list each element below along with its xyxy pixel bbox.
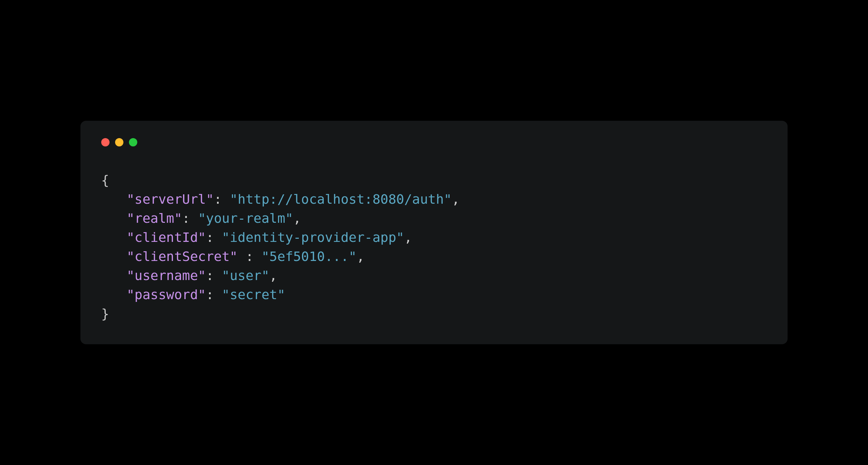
json-key: "password" <box>127 287 206 302</box>
json-value: "user" <box>222 268 269 283</box>
json-key: "clientSecret" <box>127 249 237 264</box>
brace-open: { <box>101 172 109 188</box>
json-value: "identity-provider-app" <box>222 230 404 245</box>
json-value: "5ef5010..." <box>261 249 357 264</box>
json-key: "username" <box>127 268 206 283</box>
comma: , <box>404 230 412 245</box>
json-value: "http://localhost:8080/auth" <box>230 192 452 207</box>
comma: , <box>269 268 277 283</box>
minimize-window-button[interactable] <box>115 138 123 146</box>
colon: : <box>238 249 262 264</box>
colon: : <box>206 268 222 283</box>
json-key: "realm" <box>127 211 182 226</box>
colon: : <box>206 287 222 302</box>
brace-close: } <box>101 306 109 321</box>
comma: , <box>452 192 460 207</box>
comma: , <box>357 249 365 264</box>
maximize-window-button[interactable] <box>129 138 137 146</box>
json-key: "serverUrl" <box>127 192 214 207</box>
code-block: { "serverUrl": "http://localhost:8080/au… <box>101 171 767 324</box>
colon: : <box>206 230 222 245</box>
json-value: "secret" <box>222 287 285 302</box>
json-key: "clientId" <box>127 230 206 245</box>
comma: , <box>293 211 301 226</box>
window-controls <box>101 138 767 146</box>
json-value: "your-realm" <box>198 211 293 226</box>
colon: : <box>214 192 230 207</box>
code-window: { "serverUrl": "http://localhost:8080/au… <box>80 121 788 345</box>
close-window-button[interactable] <box>101 138 110 146</box>
colon: : <box>182 211 198 226</box>
